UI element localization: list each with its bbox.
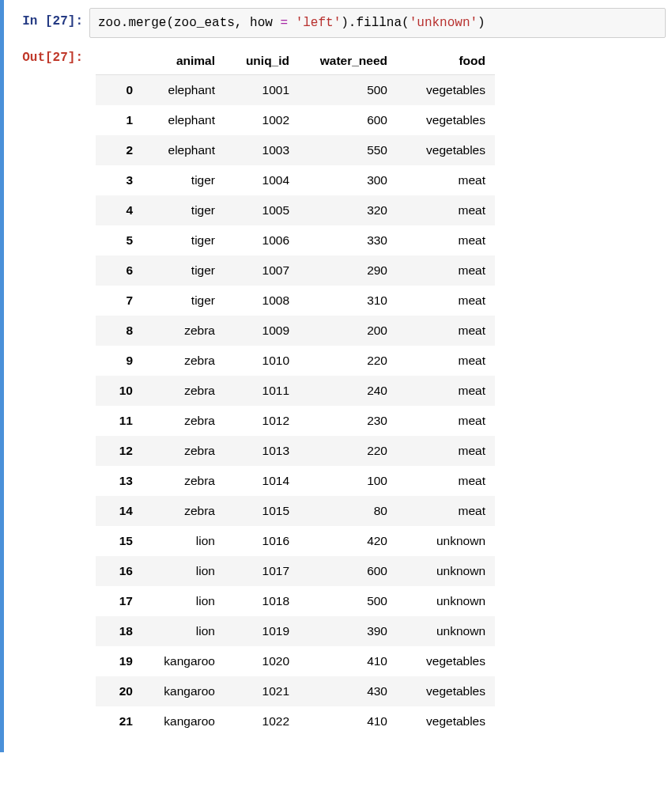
cell-animal: kangaroo	[142, 646, 225, 676]
cell-water_need: 300	[299, 165, 397, 195]
cell-food: meat	[397, 436, 495, 466]
cell-animal: elephant	[142, 75, 225, 106]
index-header	[96, 47, 142, 75]
cell-uniq_id: 1013	[225, 436, 299, 466]
cell-animal: zebra	[142, 376, 225, 406]
output-area: animal uniq_id water_need food 0elephant…	[89, 44, 495, 736]
table-row: 2elephant1003550vegetables	[96, 135, 495, 165]
table-row: 7tiger1008310meat	[96, 286, 495, 316]
cell-animal: zebra	[142, 496, 225, 526]
col-header-animal: animal	[142, 47, 225, 75]
cell-uniq_id: 1016	[225, 526, 299, 556]
cell-water_need: 500	[299, 586, 397, 616]
table-row: 12zebra1013220meat	[96, 436, 495, 466]
input-cell: In [27]: zoo.merge(zoo_eats, how = 'left…	[4, 8, 672, 38]
row-index: 11	[96, 406, 142, 436]
cell-water_need: 410	[299, 646, 397, 676]
cell-uniq_id: 1010	[225, 346, 299, 376]
cell-water_need: 410	[299, 706, 397, 736]
cell-food: vegetables	[397, 135, 495, 165]
cell-food: meat	[397, 255, 495, 286]
cell-animal: zebra	[142, 436, 225, 466]
cell-water_need: 430	[299, 676, 397, 706]
cell-water_need: 100	[299, 466, 397, 496]
cell-water_need: 220	[299, 346, 397, 376]
cell-water_need: 230	[299, 406, 397, 436]
row-index: 15	[96, 526, 142, 556]
row-index: 6	[96, 255, 142, 286]
cell-food: meat	[397, 496, 495, 526]
cell-uniq_id: 1002	[225, 105, 299, 135]
cell-animal: tiger	[142, 195, 225, 225]
cell-uniq_id: 1006	[225, 225, 299, 255]
cell-animal: zebra	[142, 346, 225, 376]
cell-food: vegetables	[397, 75, 495, 106]
table-row: 15lion1016420unknown	[96, 526, 495, 556]
cell-animal: elephant	[142, 105, 225, 135]
row-index: 20	[96, 676, 142, 706]
row-index: 1	[96, 105, 142, 135]
row-index: 0	[96, 75, 142, 106]
cell-animal: kangaroo	[142, 706, 225, 736]
table-row: 0elephant1001500vegetables	[96, 75, 495, 106]
cell-food: unknown	[397, 526, 495, 556]
table-row: 14zebra101580meat	[96, 496, 495, 526]
row-index: 12	[96, 436, 142, 466]
cell-food: vegetables	[397, 646, 495, 676]
row-index: 8	[96, 316, 142, 346]
cell-food: meat	[397, 466, 495, 496]
cell-water_need: 240	[299, 376, 397, 406]
cell-animal: zebra	[142, 466, 225, 496]
table-row: 10zebra1011240meat	[96, 376, 495, 406]
input-prompt: In [27]:	[4, 8, 89, 35]
table-row: 11zebra1012230meat	[96, 406, 495, 436]
cell-uniq_id: 1005	[225, 195, 299, 225]
output-prompt: Out[27]:	[4, 44, 89, 71]
cell-uniq_id: 1003	[225, 135, 299, 165]
table-row: 4tiger1005320meat	[96, 195, 495, 225]
code-input[interactable]: zoo.merge(zoo_eats, how = 'left').fillna…	[89, 8, 666, 38]
cell-animal: lion	[142, 526, 225, 556]
cell-food: vegetables	[397, 676, 495, 706]
row-index: 18	[96, 616, 142, 646]
table-row: 5tiger1006330meat	[96, 225, 495, 255]
code-text: zoo.merge(zoo_eats, how = 'left').fillna…	[98, 16, 485, 30]
row-index: 21	[96, 706, 142, 736]
row-index: 19	[96, 646, 142, 676]
cell-uniq_id: 1017	[225, 556, 299, 586]
cell-uniq_id: 1021	[225, 676, 299, 706]
table-row: 19kangaroo1020410vegetables	[96, 646, 495, 676]
cell-water_need: 550	[299, 135, 397, 165]
row-index: 10	[96, 376, 142, 406]
cell-food: unknown	[397, 616, 495, 646]
cell-animal: tiger	[142, 255, 225, 286]
cell-water_need: 200	[299, 316, 397, 346]
table-row: 1elephant1002600vegetables	[96, 105, 495, 135]
cell-food: unknown	[397, 556, 495, 586]
dataframe-table: animal uniq_id water_need food 0elephant…	[96, 47, 495, 736]
row-index: 14	[96, 496, 142, 526]
table-header: animal uniq_id water_need food	[96, 47, 495, 75]
cell-food: meat	[397, 195, 495, 225]
cell-water_need: 80	[299, 496, 397, 526]
row-index: 2	[96, 135, 142, 165]
table-row: 21kangaroo1022410vegetables	[96, 706, 495, 736]
table-row: 9zebra1010220meat	[96, 346, 495, 376]
cell-food: vegetables	[397, 105, 495, 135]
row-index: 9	[96, 346, 142, 376]
cell-food: meat	[397, 225, 495, 255]
table-row: 17lion1018500unknown	[96, 586, 495, 616]
table-row: 18lion1019390unknown	[96, 616, 495, 646]
cell-uniq_id: 1019	[225, 616, 299, 646]
cell-animal: kangaroo	[142, 676, 225, 706]
cell-food: meat	[397, 316, 495, 346]
row-index: 5	[96, 225, 142, 255]
table-row: 3tiger1004300meat	[96, 165, 495, 195]
cell-water_need: 310	[299, 286, 397, 316]
cell-food: meat	[397, 165, 495, 195]
cell-water_need: 420	[299, 526, 397, 556]
row-index: 16	[96, 556, 142, 586]
col-header-water_need: water_need	[299, 47, 397, 75]
table-row: 6tiger1007290meat	[96, 255, 495, 286]
cell-food: meat	[397, 406, 495, 436]
